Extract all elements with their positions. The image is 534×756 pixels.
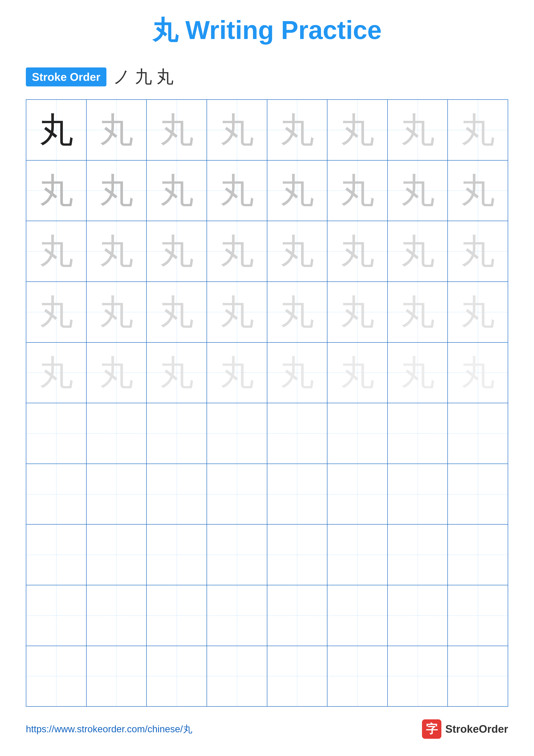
grid-cell[interactable]: 丸 [267, 100, 328, 160]
grid-cell[interactable]: 丸 [267, 282, 328, 342]
grid-cell[interactable] [267, 585, 328, 646]
grid-cell[interactable] [207, 585, 267, 646]
grid-cell[interactable] [26, 585, 87, 646]
grid-cell[interactable]: 丸 [448, 161, 508, 221]
grid-cell[interactable] [267, 464, 328, 524]
character-guide: 丸 [280, 355, 314, 390]
character-guide: 丸 [220, 355, 254, 390]
grid-cell[interactable] [147, 464, 207, 524]
grid-cell[interactable]: 丸 [327, 221, 388, 282]
grid-cell[interactable]: 丸 [388, 100, 448, 160]
grid-cell[interactable]: 丸 [147, 100, 207, 160]
grid-cell[interactable] [388, 403, 448, 464]
character-guide: 丸 [159, 113, 194, 147]
grid-cell[interactable]: 丸 [327, 161, 388, 221]
grid-cell[interactable]: 丸 [388, 161, 448, 221]
grid-cell[interactable] [327, 403, 388, 464]
grid-cell[interactable]: 丸 [448, 343, 508, 403]
grid-cell[interactable] [448, 525, 508, 585]
grid-cell[interactable]: 丸 [26, 221, 87, 282]
grid-cell[interactable] [147, 525, 207, 585]
grid-cell[interactable]: 丸 [388, 343, 448, 403]
grid-cell[interactable]: 丸 [87, 282, 147, 342]
grid-cell[interactable]: 丸 [267, 343, 328, 403]
grid-cell[interactable]: 丸 [267, 221, 328, 282]
grid-cell[interactable] [267, 525, 328, 585]
grid-cell[interactable]: 丸 [26, 100, 87, 160]
grid-cell[interactable] [147, 585, 207, 646]
grid-cell[interactable] [87, 585, 147, 646]
grid-cell[interactable]: 丸 [26, 343, 87, 403]
grid-cell[interactable] [327, 525, 388, 585]
footer: https://www.strokeorder.com/chinese/丸 字 … [26, 719, 508, 739]
grid-cell[interactable]: 丸 [147, 282, 207, 342]
grid-cell[interactable]: 丸 [207, 100, 267, 160]
grid-cell[interactable] [207, 525, 267, 585]
grid-cell[interactable]: 丸 [388, 221, 448, 282]
grid-cell[interactable] [87, 646, 147, 706]
grid-cell[interactable] [327, 464, 388, 524]
grid-cell[interactable] [327, 646, 388, 706]
grid-cell[interactable] [207, 403, 267, 464]
grid-cell[interactable]: 丸 [448, 100, 508, 160]
character-guide: 丸 [461, 295, 495, 329]
character-guide: 丸 [280, 173, 314, 208]
grid-cell[interactable] [388, 646, 448, 706]
character-guide: 丸 [159, 355, 194, 390]
grid-cell[interactable]: 丸 [327, 343, 388, 403]
grid-cell[interactable]: 丸 [267, 161, 328, 221]
grid-cell[interactable]: 丸 [147, 343, 207, 403]
character-guide: 丸 [159, 173, 194, 208]
character-guide: 丸 [400, 355, 435, 390]
grid-cell[interactable] [388, 464, 448, 524]
grid-cell[interactable]: 丸 [207, 343, 267, 403]
grid-cell[interactable] [448, 403, 508, 464]
character-guide: 丸 [340, 113, 375, 147]
grid-cell[interactable]: 丸 [26, 282, 87, 342]
character-guide: 丸 [280, 113, 314, 147]
grid-cell[interactable]: 丸 [26, 161, 87, 221]
grid-cell[interactable] [267, 646, 328, 706]
grid-row: 丸 丸 丸 丸 丸 丸 丸 丸 [26, 221, 508, 282]
grid-cell[interactable] [448, 464, 508, 524]
grid-cell[interactable] [26, 525, 87, 585]
grid-row-empty [26, 525, 508, 585]
grid-cell[interactable] [87, 525, 147, 585]
grid-cell[interactable]: 丸 [388, 282, 448, 342]
grid-cell[interactable]: 丸 [207, 282, 267, 342]
grid-cell[interactable] [388, 585, 448, 646]
grid-cell[interactable]: 丸 [327, 100, 388, 160]
grid-cell[interactable]: 丸 [327, 282, 388, 342]
grid-cell[interactable] [87, 403, 147, 464]
grid-cell[interactable] [26, 403, 87, 464]
grid-cell[interactable] [147, 403, 207, 464]
grid-cell[interactable]: 丸 [147, 221, 207, 282]
grid-cell[interactable]: 丸 [87, 343, 147, 403]
character-guide: 丸 [400, 173, 435, 208]
grid-cell[interactable]: 丸 [448, 282, 508, 342]
grid-cell[interactable] [26, 646, 87, 706]
grid-cell[interactable] [448, 646, 508, 706]
grid-cell[interactable] [327, 585, 388, 646]
character-guide: 丸 [461, 173, 495, 208]
stroke-3: 丸 [156, 65, 174, 89]
grid-cell[interactable]: 丸 [448, 221, 508, 282]
grid-cell[interactable]: 丸 [147, 161, 207, 221]
grid-cell[interactable]: 丸 [87, 221, 147, 282]
grid-cell[interactable] [267, 403, 328, 464]
grid-cell[interactable] [207, 646, 267, 706]
grid-cell[interactable]: 丸 [207, 221, 267, 282]
grid-cell[interactable] [448, 585, 508, 646]
grid-cell[interactable]: 丸 [87, 100, 147, 160]
grid-cell[interactable] [207, 464, 267, 524]
character-guide: 丸 [220, 234, 254, 269]
grid-cell[interactable] [388, 525, 448, 585]
character-guide: 丸 [39, 173, 73, 208]
grid-cell[interactable]: 丸 [207, 161, 267, 221]
grid-cell[interactable] [87, 464, 147, 524]
grid-cell[interactable] [147, 646, 207, 706]
character-guide: 丸 [39, 234, 73, 269]
grid-cell[interactable] [26, 464, 87, 524]
grid-cell[interactable]: 丸 [87, 161, 147, 221]
grid-row: 丸 丸 丸 丸 丸 丸 丸 丸 [26, 343, 508, 403]
